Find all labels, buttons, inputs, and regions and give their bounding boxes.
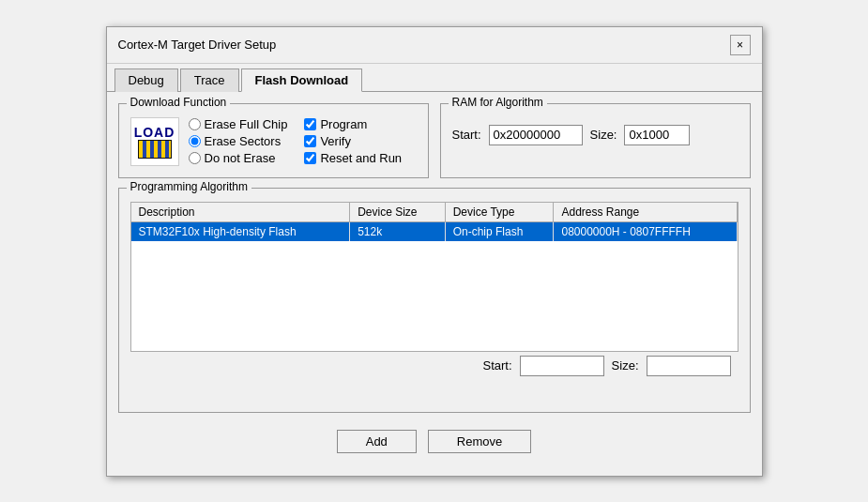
pa-table-wrapper: Description Device Size Device Type Addr… xyxy=(130,202,739,352)
bottom-size-input[interactable] xyxy=(647,356,731,376)
bottom-start-input[interactable] xyxy=(520,356,604,376)
erase-sectors-radio[interactable] xyxy=(189,135,201,147)
close-button[interactable]: × xyxy=(730,35,751,55)
program-checkbox[interactable] xyxy=(304,118,316,130)
dialog: Cortex-M Target Driver Setup × Debug Tra… xyxy=(106,26,763,477)
download-function-group: Download Function LOAD Erase Full Chip xyxy=(118,103,429,178)
col-address-range: Address Range xyxy=(554,203,737,222)
reset-and-run-option[interactable]: Reset and Run xyxy=(304,151,402,165)
programming-algorithm-legend: Programming Algorithm xyxy=(127,180,251,193)
title-bar: Cortex-M Target Driver Setup × xyxy=(107,27,762,64)
program-options: Program Verify Reset and Run xyxy=(304,117,402,165)
col-device-size: Device Size xyxy=(350,203,446,222)
erase-options: Erase Full Chip Erase Sectors Do not Era… xyxy=(189,117,288,165)
erase-full-chip-option[interactable]: Erase Full Chip xyxy=(189,117,288,131)
col-device-type: Device Type xyxy=(445,203,554,222)
tab-debug[interactable]: Debug xyxy=(114,68,178,92)
main-content: Download Function LOAD Erase Full Chip xyxy=(107,92,762,476)
df-inner: LOAD Erase Full Chip Erase Sectors xyxy=(130,117,417,166)
download-function-legend: Download Function xyxy=(127,96,231,109)
do-not-erase-radio[interactable] xyxy=(189,152,201,164)
ram-algorithm-legend: RAM for Algorithm xyxy=(449,96,547,109)
do-not-erase-option[interactable]: Do not Erase xyxy=(189,151,288,165)
ram-row: Start: Size: xyxy=(452,125,739,145)
verify-checkbox[interactable] xyxy=(304,135,316,147)
erase-full-chip-radio[interactable] xyxy=(189,118,201,130)
pa-table: Description Device Size Device Type Addr… xyxy=(131,203,738,241)
start-input[interactable] xyxy=(489,125,583,145)
start-label: Start: xyxy=(452,128,481,142)
size-input[interactable] xyxy=(624,125,690,145)
bottom-start-label: Start: xyxy=(483,358,512,373)
tab-flash-download[interactable]: Flash Download xyxy=(241,68,363,92)
tab-trace[interactable]: Trace xyxy=(180,68,239,92)
cell-device-type: On-chip Flash xyxy=(445,221,554,241)
cell-description: STM32F10x High-density Flash xyxy=(131,221,350,241)
remove-button[interactable]: Remove xyxy=(428,430,531,453)
tab-bar: Debug Trace Flash Download xyxy=(107,64,762,92)
bottom-row: Start: Size: xyxy=(130,356,739,376)
buttons-row: Add Remove xyxy=(118,422,751,464)
size-label: Size: xyxy=(590,128,617,142)
ram-algorithm-group: RAM for Algorithm Start: Size: xyxy=(440,103,751,178)
verify-option[interactable]: Verify xyxy=(304,134,402,148)
table-row[interactable]: STM32F10x High-density Flash 512k On-chi… xyxy=(131,221,738,241)
chip-graphic xyxy=(138,140,172,159)
reset-and-run-checkbox[interactable] xyxy=(304,152,316,164)
bottom-size-label: Size: xyxy=(612,358,639,373)
programming-algorithm-group: Programming Algorithm Description Device… xyxy=(118,188,751,413)
add-button[interactable]: Add xyxy=(337,430,417,453)
start-size-row: Start: Size: xyxy=(483,356,731,376)
top-row: Download Function LOAD Erase Full Chip xyxy=(118,103,751,178)
cell-address-range: 08000000H - 0807FFFFH xyxy=(554,221,737,241)
table-header-row: Description Device Size Device Type Addr… xyxy=(131,203,738,222)
erase-sectors-option[interactable]: Erase Sectors xyxy=(189,134,288,148)
load-text: LOAD xyxy=(134,125,175,140)
load-icon: LOAD xyxy=(130,117,179,166)
program-option[interactable]: Program xyxy=(304,117,402,131)
cell-device-size: 512k xyxy=(350,221,446,241)
col-description: Description xyxy=(131,203,350,222)
dialog-title: Cortex-M Target Driver Setup xyxy=(118,38,277,52)
